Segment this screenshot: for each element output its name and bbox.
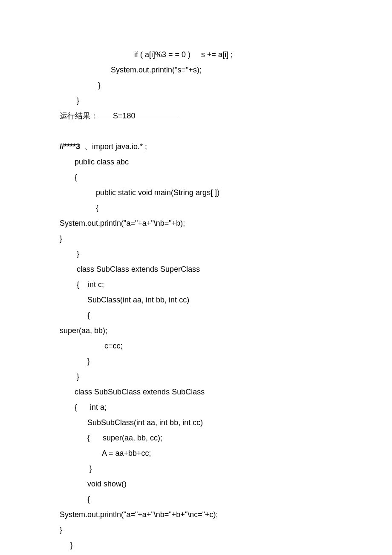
code-line: } [60, 461, 332, 476]
result-value: S=180 [98, 112, 180, 120]
code-line: A = aa+bb+cc; [60, 446, 332, 461]
code-line: } [60, 522, 332, 538]
code-line: System.out.println("a="+a+"\nb="+b); [60, 216, 332, 231]
blank-line [60, 124, 332, 139]
code-line: } [60, 538, 332, 553]
code-line: { super(aa, bb, cc); [60, 430, 332, 446]
code-line: super(aa, bb); [60, 323, 332, 338]
code-line: { [60, 170, 332, 185]
code-line: System.out.println("s="+s); [60, 62, 332, 78]
code-line: { int a; [60, 400, 332, 415]
code-line: { [60, 308, 332, 323]
code-line: { [60, 200, 332, 216]
code-line: } [60, 369, 332, 384]
code-line: class SubClass extends SuperClass [60, 262, 332, 277]
code-line: SubSubClass(int aa, int bb, int cc) [60, 415, 332, 430]
code-line: class SubSubClass extends SubClass [60, 384, 332, 400]
code-line: SubClass(int aa, int bb, int cc) [60, 292, 332, 308]
code-line: { [60, 492, 332, 507]
code-line: } [60, 78, 332, 93]
section-number: //****3 [60, 142, 80, 151]
code-line: c=cc; [60, 338, 332, 354]
import-statement: 、import java.io.* ; [80, 142, 147, 151]
result-label: 运行结果： [60, 112, 98, 120]
document-page: if ( a[i]%3 = = 0 ) s += a[i] ; System.o… [0, 0, 392, 555]
code-line: } [60, 231, 332, 246]
code-line: public class abc [60, 154, 332, 170]
code-line: if ( a[i]%3 = = 0 ) s += a[i] ; [60, 47, 332, 62]
code-line: void show() [60, 476, 332, 492]
result-line: 运行结果： S=180 [60, 108, 332, 124]
code-line: } [60, 246, 332, 262]
code-line: { int c; [60, 277, 332, 292]
code-line: System.out.println("a="+a+"\nb="+b+"\nc=… [60, 507, 332, 522]
result-line: 运行结果： a=60 b=20 c=30 [60, 553, 332, 555]
code-line: } [60, 354, 332, 369]
code-line: public static void main(String args[ ]) [60, 185, 332, 200]
section-header: //****3 、import java.io.* ; [60, 139, 332, 154]
code-line: } [60, 93, 332, 108]
